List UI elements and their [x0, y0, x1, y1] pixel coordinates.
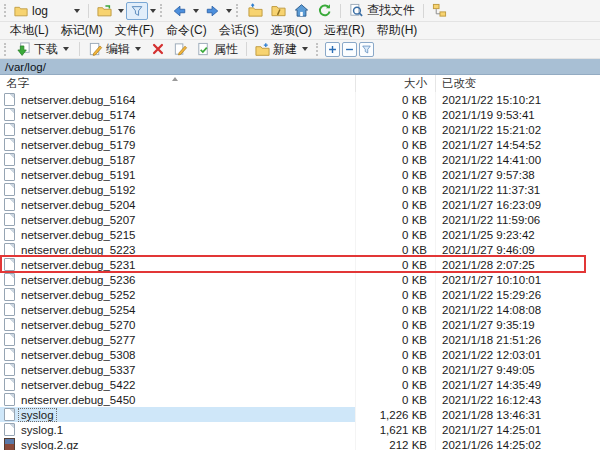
file-row[interactable]: netserver.debug_5223 0 KB 2021/1/27 9:46…: [0, 242, 600, 257]
file-icon: [4, 153, 15, 166]
file-name-cell[interactable]: netserver.debug_5277: [0, 332, 356, 347]
file-name-cell[interactable]: netserver.debug_5174: [0, 107, 356, 122]
file-row[interactable]: syslog.1 1,621 KB 2021/1/27 14:25:01: [0, 422, 600, 437]
file-row[interactable]: syslog 1,226 KB 2021/1/28 13:46:31: [0, 407, 600, 422]
file-row[interactable]: netserver.debug_5176 0 KB 2021/1/22 15:2…: [0, 122, 600, 137]
file-row[interactable]: netserver.debug_5254 0 KB 2021/1/22 14:0…: [0, 302, 600, 317]
toolbar-grip[interactable]: [236, 4, 240, 17]
menu-mark[interactable]: 标记(M): [55, 22, 109, 39]
file-row[interactable]: netserver.debug_5270 0 KB 2021/1/27 9:35…: [0, 317, 600, 332]
chevron-down-icon[interactable]: [150, 9, 156, 13]
file-name-cell[interactable]: netserver.debug_5422: [0, 377, 356, 392]
edit-button[interactable]: 编辑: [84, 39, 147, 60]
filter-list-button[interactable]: [359, 42, 374, 57]
rename-button[interactable]: [169, 40, 192, 59]
column-header-name[interactable]: 名字: [0, 75, 356, 92]
file-row[interactable]: netserver.debug_5422 0 KB 2021/1/27 14:3…: [0, 377, 600, 392]
file-name-cell[interactable]: netserver.debug_5179: [0, 137, 356, 152]
file-row[interactable]: netserver.debug_5231 0 KB 2021/1/28 2:07…: [0, 257, 600, 272]
chevron-down-icon[interactable]: [118, 9, 124, 13]
file-name-cell[interactable]: syslog: [0, 407, 356, 422]
chevron-down-icon[interactable]: [135, 47, 141, 51]
file-changed: 2021/1/18 21:51:26: [436, 332, 600, 347]
file-row[interactable]: netserver.debug_5179 0 KB 2021/1/27 14:5…: [0, 137, 600, 152]
forward-button[interactable]: [201, 2, 224, 20]
find-files-button[interactable]: 查找文件: [345, 0, 419, 21]
file-name-cell[interactable]: netserver.debug_5337: [0, 362, 356, 377]
parent-directory-button[interactable]: [244, 1, 267, 20]
menu-session[interactable]: 会话(S): [213, 22, 265, 39]
file-row[interactable]: syslog.2.gz 212 KB 2021/1/26 14:25:02: [0, 437, 600, 450]
menu-local[interactable]: 本地(L): [4, 22, 55, 39]
file-name-cell[interactable]: netserver.debug_5207: [0, 212, 356, 227]
file-row[interactable]: netserver.debug_5174 0 KB 2021/1/19 9:53…: [0, 107, 600, 122]
file-name-cell[interactable]: netserver.debug_5204: [0, 197, 356, 212]
home-directory-button[interactable]: [290, 1, 313, 20]
menu-options[interactable]: 选项(O): [265, 22, 318, 39]
chevron-down-icon[interactable]: [302, 47, 308, 51]
root-directory-button[interactable]: [267, 1, 290, 20]
file-row[interactable]: netserver.debug_5191 0 KB 2021/1/27 9:57…: [0, 167, 600, 182]
file-size: 0 KB: [356, 317, 436, 332]
delete-button[interactable]: [147, 40, 169, 58]
file-name-cell[interactable]: netserver.debug_5308: [0, 347, 356, 362]
menu-command[interactable]: 命令(C): [160, 22, 213, 39]
column-header-size[interactable]: 大小: [356, 75, 436, 92]
file-name-cell[interactable]: netserver.debug_5223: [0, 242, 356, 257]
select-files-button[interactable]: [325, 42, 340, 57]
file-row[interactable]: netserver.debug_5207 0 KB 2021/1/22 11:5…: [0, 212, 600, 227]
file-name-cell[interactable]: netserver.debug_5215: [0, 227, 356, 242]
file-row[interactable]: netserver.debug_5308 0 KB 2021/1/22 12:0…: [0, 347, 600, 362]
file-name-cell[interactable]: syslog.2.gz: [0, 437, 356, 450]
file-changed: 2021/1/22 14:41:00: [436, 152, 600, 167]
chevron-down-icon[interactable]: [74, 9, 80, 13]
back-button[interactable]: [168, 2, 191, 20]
toolbar-separator: [246, 42, 247, 56]
unselect-files-button[interactable]: [342, 42, 357, 57]
menu-remote[interactable]: 远程(R): [318, 22, 371, 39]
file-name-cell[interactable]: netserver.debug_5254: [0, 302, 356, 317]
file-row[interactable]: netserver.debug_5252 0 KB 2021/1/22 15:2…: [0, 287, 600, 302]
chevron-down-icon[interactable]: [63, 47, 69, 51]
file-name-cell[interactable]: netserver.debug_5191: [0, 167, 356, 182]
file-name-cell[interactable]: netserver.debug_5192: [0, 182, 356, 197]
file-name-cell[interactable]: netserver.debug_5187: [0, 152, 356, 167]
refresh-button[interactable]: [313, 1, 336, 20]
file-name-cell[interactable]: netserver.debug_5252: [0, 287, 356, 302]
properties-button[interactable]: 属性: [192, 39, 242, 60]
new-button[interactable]: 新建: [251, 39, 314, 60]
column-header-changed[interactable]: 已改变: [436, 75, 600, 92]
toolbar-grip[interactable]: [4, 43, 8, 56]
file-row[interactable]: netserver.debug_5337 0 KB 2021/1/27 9:49…: [0, 362, 600, 377]
directory-address[interactable]: log: [12, 3, 84, 19]
file-name-cell[interactable]: syslog.1: [0, 422, 356, 437]
file-name-cell[interactable]: netserver.debug_5176: [0, 122, 356, 137]
menu-file[interactable]: 文件(F): [109, 22, 160, 39]
toolbar-grip[interactable]: [4, 4, 8, 17]
file-row[interactable]: netserver.debug_5192 0 KB 2021/1/22 11:3…: [0, 182, 600, 197]
file-name-cell[interactable]: netserver.debug_5450: [0, 392, 356, 407]
filter-button[interactable]: [126, 2, 148, 20]
file-row[interactable]: netserver.debug_5236 0 KB 2021/1/27 10:1…: [0, 272, 600, 287]
toolbar-grip[interactable]: [160, 4, 164, 17]
open-directory-button[interactable]: [93, 1, 116, 20]
file-name-cell[interactable]: netserver.debug_5164: [0, 92, 356, 107]
file-row[interactable]: netserver.debug_5450 0 KB 2021/1/22 16:1…: [0, 392, 600, 407]
file-row[interactable]: netserver.debug_5277 0 KB 2021/1/18 21:5…: [0, 332, 600, 347]
file-row[interactable]: netserver.debug_5187 0 KB 2021/1/22 14:4…: [0, 152, 600, 167]
file-name-cell[interactable]: netserver.debug_5231: [0, 257, 356, 272]
file-name: netserver.debug_5450: [19, 394, 137, 406]
chevron-down-icon[interactable]: [193, 9, 199, 13]
toolbar-grip[interactable]: [316, 43, 320, 56]
file-row[interactable]: netserver.debug_5164 0 KB 2021/1/22 15:1…: [0, 92, 600, 107]
chevron-down-icon[interactable]: [226, 9, 232, 13]
file-name-cell[interactable]: netserver.debug_5270: [0, 317, 356, 332]
file-name-cell[interactable]: netserver.debug_5236: [0, 272, 356, 287]
file-name: netserver.debug_5337: [19, 364, 137, 376]
path-bar[interactable]: /var/log/: [0, 59, 600, 75]
synchronize-browsing-button[interactable]: [428, 1, 451, 20]
file-row[interactable]: netserver.debug_5204 0 KB 2021/1/27 16:2…: [0, 197, 600, 212]
download-button[interactable]: 下载: [12, 39, 75, 60]
file-row[interactable]: netserver.debug_5215 0 KB 2021/1/25 9:23…: [0, 227, 600, 242]
menu-help[interactable]: 帮助(H): [371, 22, 424, 39]
